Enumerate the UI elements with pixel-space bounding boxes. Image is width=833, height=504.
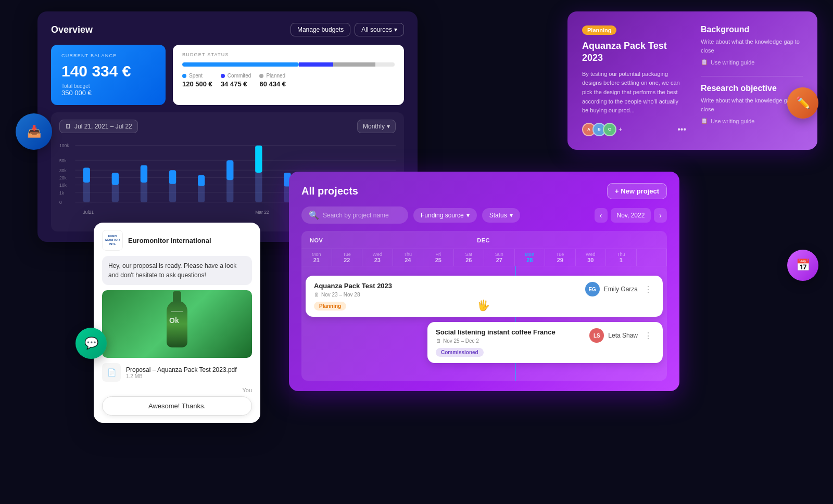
next-month-button[interactable]: › (654, 208, 667, 223)
project-1-dates: 🗓 Nov 23 – Nov 28 (314, 292, 392, 298)
avatars-row: A B C + ••• (582, 123, 686, 136)
svg-rect-29 (198, 175, 205, 186)
all-sources-button[interactable]: All sources ▾ (355, 23, 404, 36)
calendar-content: Aquanza Pack Test 2023 🗓 Nov 23 – Nov 28… (301, 266, 667, 381)
monthly-label: Monthly (363, 123, 385, 130)
reply-button[interactable]: Awesome! Thanks. (102, 396, 252, 416)
background-title: Background (701, 25, 803, 34)
svg-text:100k: 100k (59, 143, 69, 148)
chat-icon-button[interactable]: 💬 (75, 328, 107, 359)
budget-legend: Spent 120 500 € Commited 34 475 € Planne… (182, 73, 395, 88)
planning-badge: Planning (582, 25, 616, 35)
chevron-down-icon: ▾ (510, 212, 513, 219)
cal-day-thu24: Thu24 (393, 249, 424, 266)
svg-rect-27 (141, 165, 147, 183)
month-display: Nov, 2022 (611, 208, 651, 223)
prev-month-button[interactable]: ‹ (595, 208, 608, 223)
chevron-down-icon: ▾ (466, 212, 470, 219)
writing-guide-link-2[interactable]: 📋 Use writing guide (701, 118, 803, 124)
svg-text:Jul21: Jul21 (83, 210, 94, 215)
total-budget-label: Total budget (61, 83, 155, 89)
cal-day-tue22: Tue22 (332, 249, 363, 266)
status-button[interactable]: Status ▾ (482, 208, 520, 223)
edit-icon-button[interactable]: ✏️ (787, 87, 818, 119)
date-range-label: Jul 21, 2021 – Jul 22 (74, 123, 132, 130)
overview-header-buttons: Manage budgets All sources ▾ (291, 23, 404, 36)
writing-guide-link-1[interactable]: 📋 Use writing guide (701, 59, 803, 66)
svg-text:50k: 50k (59, 158, 67, 163)
legend-planned: Planned 60 434 € (259, 73, 286, 88)
avatar-3: C (603, 123, 616, 136)
balance-row: CURRENT BALANCE 140 334 € Total budget 3… (51, 45, 404, 105)
planned-label: Planned (266, 73, 285, 79)
all-sources-label: All sources (361, 26, 392, 33)
svg-rect-30 (226, 160, 233, 180)
budget-bar-spent (182, 62, 299, 67)
chevron-down-icon: ▾ (394, 26, 397, 33)
calendar-icon: 🗓 (65, 123, 71, 130)
objective-title: Research objective (701, 84, 803, 93)
project-bar-2[interactable]: Social listening instant coffee France 🗓… (427, 322, 663, 363)
chat-image: Ok (102, 290, 252, 358)
search-input[interactable] (323, 212, 401, 219)
svg-rect-31 (255, 146, 262, 173)
assignee-name-eg: Emily Garza (604, 286, 638, 293)
chat-icon: 💬 (84, 337, 98, 350)
monthly-button[interactable]: Monthly ▾ (357, 120, 396, 133)
spent-label: Spent (189, 73, 203, 79)
search-wrap[interactable]: 🔍 (301, 206, 408, 224)
spent-value: 120 500 € (182, 80, 212, 88)
project-1-tag: Planning (314, 302, 346, 311)
svg-rect-28 (169, 170, 176, 184)
svg-rect-25 (83, 167, 90, 183)
background-desc: Write about what the knowledge gap to cl… (701, 37, 803, 55)
cal-day-fri25: Fri25 (423, 249, 454, 266)
date-range-button[interactable]: 🗓 Jul 21, 2021 – Jul 22 (59, 120, 138, 133)
company-name: Euromonitor International (128, 237, 211, 244)
cal-day-wed30: Wed30 (576, 249, 607, 266)
budget-bar-planned (333, 62, 376, 67)
research-left: Planning Aquanza Pack Test 2023 By testi… (582, 25, 686, 136)
import-icon: 📥 (27, 125, 41, 138)
total-budget-value: 350 000 € (61, 89, 155, 97)
chart-header: 🗓 Jul 21, 2021 – Jul 22 Monthly ▾ (59, 120, 396, 133)
month-label: Nov, 2022 (617, 212, 645, 219)
committed-value: 34 475 € (221, 80, 251, 88)
project-1-info: Aquanza Pack Test 2023 🗓 Nov 23 – Nov 28… (314, 282, 392, 311)
manage-budgets-button[interactable]: Manage budgets (291, 23, 350, 36)
edit-icon: ✏️ (796, 96, 810, 110)
svg-text:0: 0 (59, 200, 62, 205)
research-divider (701, 76, 803, 76)
planned-dot (259, 74, 263, 78)
assignee-name-ls: Leta Shaw (608, 332, 638, 339)
doc-icon-2: 📋 (701, 118, 708, 124)
project-bar-1[interactable]: Aquanza Pack Test 2023 🗓 Nov 23 – Nov 28… (306, 276, 663, 317)
svg-text:Mar 22: Mar 22 (255, 210, 269, 215)
attachment-name: Proposal – Aquanza Pack Test 2023.pdf (126, 366, 237, 373)
research-card: Planning Aquanza Pack Test 2023 By testi… (567, 11, 817, 150)
company-logo: EUROMONITORINTL (102, 230, 123, 251)
avatar-more: + (619, 126, 622, 133)
more-options-button[interactable]: ••• (677, 125, 686, 134)
research-project-title: Aquanza Pack Test 2023 (582, 40, 686, 64)
project-2-info: Social listening instant coffee France 🗓… (436, 328, 556, 357)
days-row: Mon21 Tue22 Wed23 Thu24 Fri25 Sat26 Sun2… (301, 249, 667, 266)
new-project-button[interactable]: + New project (607, 183, 667, 199)
project-2-tag: Commissioned (436, 348, 484, 357)
budget-status-box: BUDGET STATUS Spent 120 500 € Co (173, 45, 404, 105)
funding-source-button[interactable]: Funding source ▾ (413, 208, 477, 223)
assignee-avatar-ls: LS (589, 328, 604, 343)
nov-label: NOV (306, 234, 327, 247)
spent-dot (182, 74, 186, 78)
more-menu-button[interactable]: ⋮ (642, 285, 654, 294)
research-right: Background Write about what the knowledg… (701, 25, 803, 136)
import-icon-button[interactable]: 📥 (16, 113, 52, 150)
project-2-right: LS Leta Shaw ⋮ (589, 328, 654, 343)
research-description: By testing our potential packaging desig… (582, 70, 686, 115)
more-menu-button-2[interactable]: ⋮ (642, 331, 654, 341)
planned-value: 60 434 € (259, 80, 286, 88)
calendar-icon-button[interactable]: 📅 (787, 250, 818, 281)
attachment-size: 1.2 MB (126, 373, 237, 379)
bottle-neck (173, 291, 181, 302)
overview-title: Overview (51, 24, 93, 35)
